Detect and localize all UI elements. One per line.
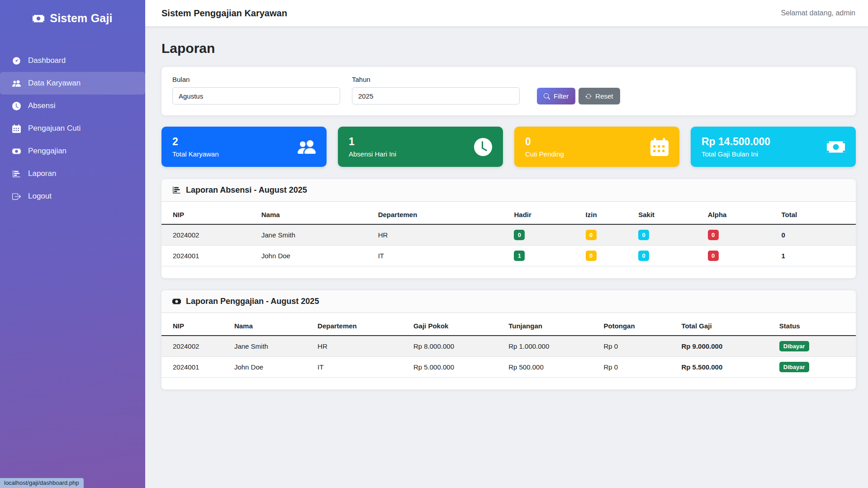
tahun-label: Tahun — [352, 76, 520, 83]
penggajian-header-row: NIPNamaDepartemenGaji PokokTunjanganPoto… — [161, 317, 856, 336]
column-header-gaji-pokok: Gaji Pokok — [408, 317, 503, 336]
cell-alpha: 0 — [702, 224, 776, 246]
count-badge: 0 — [638, 251, 649, 261]
stat-card-text: 2Total Karyawan — [172, 136, 219, 157]
money-icon — [827, 138, 845, 156]
column-header-total-gaji: Total Gaji — [676, 317, 773, 336]
sidebar-item-laporan[interactable]: Laporan — [0, 162, 145, 185]
column-header-departemen: Departemen — [373, 205, 509, 224]
page-title: Laporan — [161, 41, 856, 56]
welcome-text: Selamat datang, admin — [781, 9, 855, 17]
count-badge: 0 — [586, 230, 597, 240]
search-icon — [544, 93, 550, 99]
count-badge: 0 — [586, 251, 597, 261]
clock-icon — [474, 138, 492, 156]
penggajian-panel: Laporan Penggajian - August 2025 NIPNama… — [161, 290, 856, 389]
status-badge: Dibayar — [779, 362, 809, 372]
column-header-tunjangan: Tunjangan — [503, 317, 598, 336]
stat-cards: 2Total Karyawan1Absensi Hari Ini0Cuti Pe… — [161, 127, 856, 167]
cell-nama: John Doe — [256, 246, 373, 266]
stat-value: 1 — [349, 136, 396, 147]
topbar-title: Sistem Penggajian Karyawan — [161, 8, 287, 19]
sidebar-item-label: Absensi — [28, 101, 55, 110]
cell-status: Dibayar — [774, 357, 856, 378]
penggajian-panel-header: Laporan Penggajian - August 2025 — [161, 290, 856, 313]
count-badge: 0 — [708, 251, 719, 261]
column-header-sakit: Sakit — [633, 205, 702, 224]
chart-icon — [12, 170, 21, 178]
sidebar-item-dashboard[interactable]: Dashboard — [0, 49, 145, 72]
stat-card-text: Rp 14.500.000Total Gaji Bulan Ini — [702, 136, 770, 157]
stat-label: Absensi Hari Ini — [349, 150, 396, 158]
stat-card-total-karyawan: 2Total Karyawan — [161, 127, 327, 167]
cell-tunjangan: Rp 500.000 — [503, 357, 598, 378]
cell-departemen: HR — [373, 224, 509, 246]
cell-total: 0 — [776, 224, 856, 246]
dashboard-icon — [12, 57, 21, 65]
sidebar-item-data-karyawan[interactable]: Data Karyawan — [0, 72, 145, 95]
table-row: 2024001John DoeIT10001 — [161, 246, 856, 266]
cell-total: 1 — [776, 246, 856, 266]
cell-gaji-pokok: Rp 8.000.000 — [408, 336, 503, 357]
stat-card-text: 0Cuti Pending — [525, 136, 564, 157]
cell-izin: 0 — [580, 224, 633, 246]
column-header-total: Total — [776, 205, 856, 224]
sidebar-item-penggajian[interactable]: Penggajian — [0, 140, 145, 162]
cell-status: Dibayar — [774, 336, 856, 357]
bulan-input[interactable] — [172, 87, 340, 104]
cell-nama: Jane Smith — [256, 224, 373, 246]
stat-label: Total Gaji Bulan Ini — [702, 150, 770, 158]
cell-total-gaji: Rp 9.000.000 — [676, 336, 773, 357]
clock-icon — [12, 102, 21, 110]
cell-departemen: IT — [373, 246, 509, 266]
topbar: Sistem Penggajian Karyawan Selamat datan… — [145, 0, 868, 26]
reset-button[interactable]: Reset — [579, 88, 620, 104]
cell-total-gaji: Rp 5.500.000 — [676, 357, 773, 378]
penggajian-table: NIPNamaDepartemenGaji PokokTunjanganPoto… — [161, 317, 856, 378]
absensi-panel: Laporan Absensi - August 2025 NIPNamaDep… — [161, 179, 856, 278]
sidebar-item-pengajuan-cuti[interactable]: Pengajuan Cuti — [0, 117, 145, 140]
stat-value: 2 — [172, 136, 219, 147]
cell-izin: 0 — [580, 246, 633, 266]
stat-label: Cuti Pending — [525, 150, 564, 158]
reset-button-label: Reset — [595, 92, 613, 100]
column-header-nip: NIP — [161, 205, 256, 224]
column-header-hadir: Hadir — [508, 205, 580, 224]
sidebar-item-label: Data Karyawan — [28, 79, 81, 88]
table-row: 2024002Jane SmithHR00000 — [161, 224, 856, 246]
sidebar-item-absensi[interactable]: Absensi — [0, 95, 145, 117]
cell-nip: 2024001 — [161, 246, 256, 266]
cell-departemen: HR — [312, 336, 408, 357]
refresh-icon — [585, 93, 592, 99]
stat-value: 0 — [525, 136, 564, 147]
users-icon — [12, 79, 21, 88]
tahun-input[interactable] — [352, 87, 520, 104]
stat-card-text: 1Absensi Hari Ini — [349, 136, 396, 157]
cell-nip: 2024002 — [161, 336, 229, 357]
cell-potongan: Rp 0 — [598, 357, 676, 378]
count-badge: 0 — [638, 230, 649, 240]
absensi-table: NIPNamaDepartemenHadirIzinSakitAlphaTota… — [161, 205, 856, 266]
cell-nama: Jane Smith — [229, 336, 312, 357]
column-header-nip: NIP — [161, 317, 229, 336]
sidebar: Sistem Gaji DashboardData KaryawanAbsens… — [0, 0, 145, 488]
calendar-icon — [12, 124, 21, 133]
bar-chart-icon — [172, 186, 181, 194]
link-preview-bubble: localhost/gaji/dashboard.php — [0, 478, 84, 488]
sidebar-item-logout[interactable]: Logout — [0, 185, 145, 208]
brand-title: Sistem Gaji — [50, 12, 112, 25]
filter-button[interactable]: Filter — [537, 88, 575, 104]
column-header-departemen: Departemen — [312, 317, 408, 336]
cell-departemen: IT — [312, 357, 408, 378]
cash-icon — [33, 13, 44, 24]
penggajian-panel-title: Laporan Penggajian - August 2025 — [186, 297, 319, 306]
money-icon — [12, 147, 21, 156]
status-badge: Dibayar — [779, 341, 809, 351]
brand-logo: Sistem Gaji — [0, 0, 145, 28]
absensi-panel-header: Laporan Absensi - August 2025 — [161, 179, 856, 202]
stat-label: Total Karyawan — [172, 150, 219, 158]
cell-gaji-pokok: Rp 5.000.000 — [408, 357, 503, 378]
logout-icon — [12, 192, 21, 201]
cell-sakit: 0 — [633, 246, 702, 266]
stat-card-absensi-hari-ini: 1Absensi Hari Ini — [338, 127, 503, 167]
